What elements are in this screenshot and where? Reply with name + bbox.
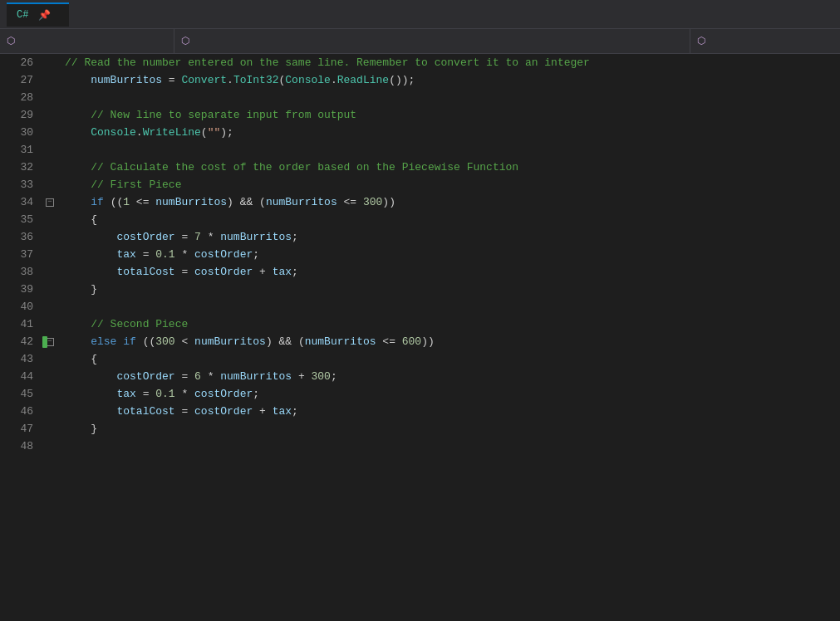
code-line: } (65, 281, 840, 298)
nav-bar: ⬡ ⬡ ⬡ (0, 29, 840, 54)
gutter-cell: − (42, 333, 58, 350)
collapse-gutter: −− (42, 54, 58, 621)
code-line: costOrder = 7 * numBurritos; (65, 228, 840, 246)
line-number: 26 (0, 54, 42, 71)
line-number: 27 (0, 71, 42, 89)
code-line: tax = 0.1 * costOrder; (65, 385, 840, 403)
gutter-cell (42, 211, 58, 228)
gutter-cell (42, 281, 58, 298)
code-line (65, 438, 840, 455)
code-line (65, 89, 840, 106)
gutter-cell (42, 385, 58, 403)
code-content[interactable]: // Read the number entered on the same l… (58, 54, 840, 621)
bookmark-indicator (42, 336, 47, 348)
gutter-cell (42, 106, 58, 124)
pin-icon: 📌 (38, 9, 51, 22)
line-number: 30 (0, 124, 42, 141)
nav-main-dropdown[interactable]: ⬡ (690, 29, 840, 53)
gutter-cell (42, 124, 58, 141)
code-line: if ((1 <= numBurritos) && (numBurritos <… (65, 193, 840, 211)
gutter-cell (42, 141, 58, 159)
code-line: numBurritos = Convert.ToInt32(Console.Re… (65, 71, 840, 89)
code-line: { (65, 211, 840, 228)
gutter-cell: − (42, 193, 58, 211)
main-nav-icon: ⬡ (697, 35, 705, 47)
code-line: Console.WriteLine(""); (65, 124, 840, 141)
code-editor: 2627282930313233343536373839404142434445… (0, 54, 840, 621)
code-line (65, 141, 840, 159)
program-nav-icon: ⬡ (181, 35, 189, 47)
line-number: 44 (0, 368, 42, 385)
gutter-cell (42, 89, 58, 106)
gutter-cell (42, 315, 58, 333)
gutter-cell (42, 350, 58, 368)
code-line: totalCost = costOrder + tax; (65, 403, 840, 420)
gutter-cell (42, 438, 58, 455)
title-bar: C# 📌 (0, 0, 840, 29)
line-number: 41 (0, 315, 42, 333)
gutter-cell (42, 159, 58, 176)
line-number: 39 (0, 281, 42, 298)
statements-nav-icon: ⬡ (7, 35, 15, 47)
line-number: 40 (0, 298, 42, 315)
gutter-cell (42, 403, 58, 420)
line-number: 42 (0, 333, 42, 350)
code-line: // New line to separate input from outpu… (65, 106, 840, 124)
code-line: // Calculate the cost of the order based… (65, 159, 840, 176)
code-line: // First Piece (65, 176, 840, 193)
line-number: 38 (0, 263, 42, 281)
line-number: 31 (0, 141, 42, 159)
code-line: // Read the number entered on the same l… (65, 54, 840, 71)
gutter-cell (42, 176, 58, 193)
line-number: 48 (0, 438, 42, 455)
line-number: 36 (0, 228, 42, 246)
gutter-cell (42, 71, 58, 89)
line-number: 28 (0, 89, 42, 106)
gutter-cell (42, 54, 58, 71)
line-number: 35 (0, 211, 42, 228)
gutter-cell (42, 246, 58, 263)
line-number: 33 (0, 176, 42, 193)
line-number: 45 (0, 385, 42, 403)
line-number: 43 (0, 350, 42, 368)
line-number: 34 (0, 193, 42, 211)
collapse-button[interactable]: − (46, 198, 54, 207)
code-line: tax = 0.1 * costOrder; (65, 246, 840, 263)
nav-statements-dropdown[interactable]: ⬡ (0, 29, 174, 53)
gutter-cell (42, 368, 58, 385)
gutter-cell (42, 298, 58, 315)
line-numbers-gutter: 2627282930313233343536373839404142434445… (0, 54, 42, 621)
code-line: // Second Piece (65, 315, 840, 333)
gutter-cell (42, 263, 58, 281)
line-number: 32 (0, 159, 42, 176)
line-number: 46 (0, 403, 42, 420)
line-number: 47 (0, 420, 42, 438)
code-line: { (65, 350, 840, 368)
code-line: else if ((300 < numBurritos) && (numBurr… (65, 333, 840, 350)
gutter-cell (42, 228, 58, 246)
file-tab[interactable]: C# 📌 (7, 2, 69, 27)
code-line (65, 298, 840, 315)
code-line: costOrder = 6 * numBurritos + 300; (65, 368, 840, 385)
nav-program-dropdown[interactable]: ⬡ (174, 29, 690, 53)
gutter-cell (42, 420, 58, 438)
line-number: 37 (0, 246, 42, 263)
cs-file-icon: C# (17, 9, 28, 21)
line-number: 29 (0, 106, 42, 124)
code-line: totalCost = costOrder + tax; (65, 263, 840, 281)
code-line: } (65, 420, 840, 438)
